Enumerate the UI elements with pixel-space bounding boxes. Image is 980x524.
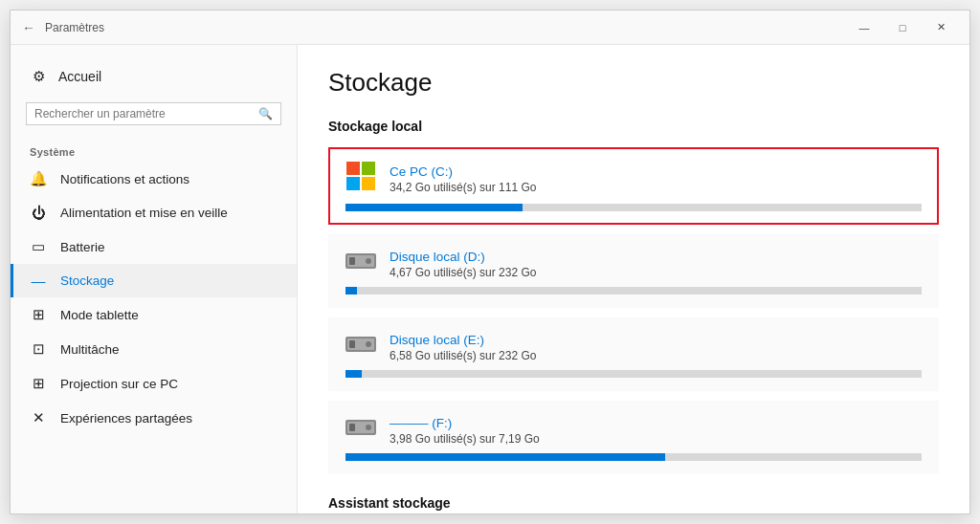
drive-card-top-d: Disque local (D:)4,67 Go utilisé(s) sur …: [345, 248, 922, 281]
sidebar-item-notifications[interactable]: 🔔Notifications et actions: [11, 162, 297, 196]
tablette-icon: ⊞: [30, 306, 47, 323]
svg-point-7: [366, 258, 371, 264]
svg-point-11: [366, 341, 371, 347]
sidebar-item-projection[interactable]: ⊞Projection sur ce PC: [11, 366, 297, 401]
drive-icon-c: [345, 161, 376, 198]
svg-rect-1: [362, 162, 375, 175]
svg-point-15: [366, 425, 371, 430]
sidebar-item-label: Stockage: [60, 273, 114, 288]
titlebar-left: ← Paramètres: [22, 20, 104, 35]
search-input[interactable]: [34, 107, 258, 120]
drive-card-e[interactable]: Disque local (E:)6,58 Go utilisé(s) sur …: [328, 317, 939, 391]
sidebar-item-label: Alimentation et mise en veille: [60, 206, 228, 220]
drive-usage-c: 34,2 Go utilisé(s) sur 111 Go: [390, 181, 922, 194]
home-icon: ⚙: [30, 68, 47, 85]
drive-card-top-f: ——— (F:)3,98 Go utilisé(s) sur 7,19 Go: [345, 414, 922, 448]
svg-rect-0: [346, 162, 360, 175]
drive-usage-f: 3,98 Go utilisé(s) sur 7,19 Go: [390, 432, 922, 446]
sidebar-item-label: Expériences partagées: [60, 411, 192, 426]
drive-name-e: Disque local (E:): [390, 333, 922, 347]
maximize-button[interactable]: □: [885, 18, 920, 37]
svg-rect-2: [346, 177, 360, 190]
home-label: Accueil: [58, 69, 101, 84]
sidebar-item-stockage[interactable]: —Stockage: [11, 264, 297, 297]
alimentation-icon: ⏻: [30, 205, 47, 221]
sidebar-item-label: Notifications et actions: [60, 172, 189, 186]
progress-bar-fill-e: [345, 370, 362, 378]
page-title: Stockage: [328, 68, 939, 98]
drive-name-d: Disque local (D:): [390, 250, 922, 264]
minimize-button[interactable]: —: [847, 18, 881, 37]
assistant-section: Assistant stockage Windows peut libérer …: [328, 495, 939, 513]
progress-bar-fill-c: [345, 204, 523, 211]
back-button[interactable]: ←: [22, 20, 35, 35]
titlebar: ← Paramètres — □ ✕: [11, 11, 969, 45]
drive-icon-f: [345, 414, 376, 448]
sidebar-section-title: Système: [11, 139, 297, 162]
sidebar: ⚙ Accueil 🔍 Système 🔔Notifications et ac…: [11, 45, 298, 513]
assistant-title: Assistant stockage: [328, 495, 939, 511]
drive-card-top-e: Disque local (E:)6,58 Go utilisé(s) sur …: [345, 331, 922, 364]
sidebar-item-batterie[interactable]: ▭Batterie: [11, 229, 297, 264]
sidebar-item-label: Projection sur ce PC: [60, 377, 178, 391]
settings-window: ← Paramètres — □ ✕ ⚙ Accueil 🔍 Système 🔔…: [10, 10, 970, 514]
drive-card-f[interactable]: ——— (F:)3,98 Go utilisé(s) sur 7,19 Go: [328, 401, 939, 474]
progress-bar-fill-f: [345, 453, 665, 461]
sidebar-item-experiences[interactable]: ✕Expériences partagées: [11, 401, 297, 435]
drive-info-e: Disque local (E:)6,58 Go utilisé(s) sur …: [390, 333, 922, 362]
search-icon: 🔍: [258, 107, 273, 120]
drive-card-top-c: Ce PC (C:)34,2 Go utilisé(s) sur 111 Go: [345, 161, 922, 198]
content-area: ⚙ Accueil 🔍 Système 🔔Notifications et ac…: [11, 45, 969, 513]
drive-name-c: Ce PC (C:): [390, 164, 922, 179]
sidebar-item-multitache[interactable]: ⊡Multitâche: [11, 332, 297, 366]
progress-bar-bg-d: [345, 287, 922, 295]
svg-rect-3: [362, 177, 375, 190]
drive-info-f: ——— (F:)3,98 Go utilisé(s) sur 7,19 Go: [390, 416, 922, 446]
drive-usage-d: 4,67 Go utilisé(s) sur 232 Go: [390, 266, 922, 279]
drive-name-f: ——— (F:): [390, 416, 922, 430]
stockage-icon: —: [30, 273, 47, 289]
progress-bar-bg-c: [345, 204, 922, 211]
titlebar-title: Paramètres: [45, 21, 104, 34]
window-controls: — □ ✕: [847, 18, 958, 37]
experiences-icon: ✕: [30, 409, 47, 426]
drive-info-c: Ce PC (C:)34,2 Go utilisé(s) sur 111 Go: [390, 164, 922, 194]
sidebar-item-tablette[interactable]: ⊞Mode tablette: [11, 297, 297, 332]
search-box[interactable]: 🔍: [26, 102, 281, 125]
progress-bar-bg-e: [345, 370, 922, 378]
drive-icon-d: [345, 248, 376, 281]
progress-bar-fill-d: [345, 287, 357, 295]
drive-icon-e: [345, 331, 376, 364]
sidebar-item-label: Mode tablette: [60, 308, 139, 322]
progress-bar-bg-f: [345, 453, 922, 461]
sidebar-home[interactable]: ⚙ Accueil: [11, 60, 297, 93]
main-content: Stockage Stockage local Ce PC (C:)34,2 G…: [298, 45, 969, 513]
svg-rect-10: [349, 340, 355, 348]
drives-container: Ce PC (C:)34,2 Go utilisé(s) sur 111 Go …: [328, 147, 939, 474]
drive-usage-e: 6,58 Go utilisé(s) sur 232 Go: [390, 349, 922, 362]
drive-card-d[interactable]: Disque local (D:)4,67 Go utilisé(s) sur …: [328, 234, 939, 308]
notifications-icon: 🔔: [30, 170, 47, 187]
drive-info-d: Disque local (D:)4,67 Go utilisé(s) sur …: [390, 250, 922, 279]
svg-rect-14: [349, 424, 355, 431]
sidebar-item-label: Multitâche: [60, 342, 120, 357]
close-button[interactable]: ✕: [924, 18, 958, 37]
multitache-icon: ⊡: [30, 340, 47, 358]
sidebar-items-container: 🔔Notifications et actions⏻Alimentation e…: [11, 162, 297, 435]
local-storage-title: Stockage local: [328, 119, 939, 134]
sidebar-item-label: Batterie: [60, 240, 105, 254]
drive-card-c[interactable]: Ce PC (C:)34,2 Go utilisé(s) sur 111 Go: [328, 147, 939, 225]
sidebar-item-alimentation[interactable]: ⏻Alimentation et mise en veille: [11, 196, 297, 229]
svg-rect-6: [349, 257, 355, 265]
batterie-icon: ▭: [30, 238, 47, 255]
projection-icon: ⊞: [30, 375, 47, 392]
